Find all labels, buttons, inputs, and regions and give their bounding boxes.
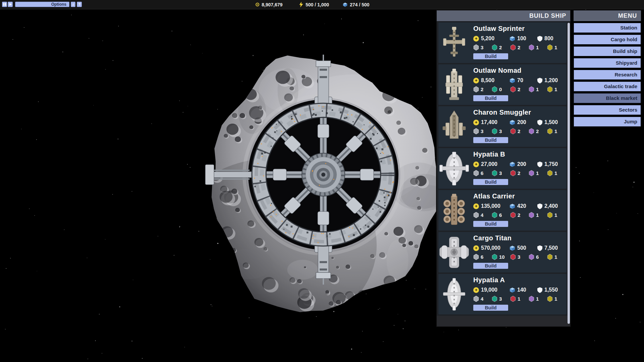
ship-shield: 7,500 xyxy=(537,245,558,251)
material-count: 1 xyxy=(529,212,547,218)
hex-red-icon xyxy=(510,86,516,93)
menu-item-shipyard[interactable]: Shipyard xyxy=(574,58,641,68)
ship-materials: 20211 xyxy=(473,86,566,93)
hex-teal-icon xyxy=(492,170,497,176)
ship-image xyxy=(438,274,470,314)
hex-purple-icon xyxy=(529,44,534,51)
material-count: 4 xyxy=(473,212,492,218)
ship-image xyxy=(438,148,470,189)
hex-red-icon xyxy=(510,296,516,302)
material-count: 2 xyxy=(510,170,529,176)
build-panel-scrollbar[interactable] xyxy=(568,23,570,324)
shield-icon xyxy=(537,120,542,125)
build-button[interactable]: Build xyxy=(473,53,508,59)
menu-item-black-market[interactable]: Black market xyxy=(574,93,641,103)
ship-card: Hypatia A 19,000 140 1,550 xyxy=(438,274,567,314)
ship-name: Atlas Carrier xyxy=(473,192,566,200)
hex-red-icon xyxy=(510,128,516,134)
material-count: 3 xyxy=(473,128,492,134)
hex-gray-icon xyxy=(473,44,479,51)
ship-materials: 610361 xyxy=(473,254,566,260)
ship-shield: 1,200 xyxy=(537,77,558,83)
ship-name: Hypatia B xyxy=(473,150,566,158)
material-count: 2 xyxy=(510,212,529,218)
material-count: 2 xyxy=(529,128,547,134)
hex-purple-icon xyxy=(529,86,534,93)
menu-item-galactic-trade[interactable]: Galactic trade xyxy=(574,81,641,92)
hex-red-icon xyxy=(510,44,516,51)
pause-button[interactable] xyxy=(2,2,7,7)
ship-name: Outlaw Nomad xyxy=(473,67,566,74)
hex-purple-icon xyxy=(529,128,534,134)
material-count: 1 xyxy=(547,86,566,93)
build-ship-panel: BUILD SHIP Outlaw Sprinter 5,200 100 xyxy=(437,10,570,326)
material-count: 4 xyxy=(473,296,492,302)
ship-cost: 19,000 xyxy=(473,287,509,293)
cube-icon xyxy=(509,78,515,83)
material-count: 3 xyxy=(510,254,529,260)
hex-teal-icon xyxy=(492,86,497,93)
coin-icon xyxy=(473,36,479,42)
material-count: 6 xyxy=(473,254,492,260)
hex-teal-icon xyxy=(492,212,497,218)
material-count: 2 xyxy=(510,128,529,134)
options-button[interactable]: Options xyxy=(15,2,69,7)
material-count: 3 xyxy=(492,296,510,302)
ship-card: Atlas Carrier 135,000 420 2,400 xyxy=(438,190,567,231)
hex-gray-icon xyxy=(473,212,479,218)
menu-item-research[interactable]: Research xyxy=(574,70,641,80)
menu-item-list: StationCargo holdBuild shipShipyardResea… xyxy=(574,23,641,127)
ship-cost: 570,000 xyxy=(473,245,509,251)
coin-icon xyxy=(473,203,479,209)
ship-card: Outlaw Sprinter 5,200 100 800 xyxy=(438,22,567,63)
menu-item-station[interactable]: Station xyxy=(574,23,641,33)
hex-olive-icon xyxy=(547,296,553,302)
build-button[interactable]: Build xyxy=(473,263,508,269)
hex-gray-icon xyxy=(473,254,479,260)
ship-card: Outlaw Nomad 8,500 70 1,200 xyxy=(438,64,567,105)
ship-materials: 32211 xyxy=(473,44,566,51)
material-count: 2 xyxy=(492,44,510,51)
ship-shield: 1,750 xyxy=(537,161,558,167)
ship-cost: 5,200 xyxy=(473,36,509,42)
menu-item-cargo-hold[interactable]: Cargo hold xyxy=(574,35,641,45)
build-button[interactable]: Build xyxy=(473,179,508,185)
menu-item-build-ship[interactable]: Build ship xyxy=(574,46,641,56)
ship-materials: 43111 xyxy=(473,296,566,302)
ship-materials: 46211 xyxy=(473,212,566,218)
hex-gray-icon xyxy=(473,170,479,176)
hex-purple-icon xyxy=(529,212,534,218)
info-button[interactable]: i xyxy=(71,2,75,7)
hex-olive-icon xyxy=(547,44,553,51)
material-count: 6 xyxy=(529,254,547,260)
play-icon xyxy=(9,3,12,6)
material-count: 3 xyxy=(492,128,510,134)
ship-name: Outlaw Sprinter xyxy=(473,25,566,33)
cube-icon xyxy=(509,287,515,293)
build-button[interactable]: Build xyxy=(473,221,508,227)
material-count: 3 xyxy=(473,44,492,51)
hex-red-icon xyxy=(510,254,516,260)
build-button[interactable]: Build xyxy=(473,137,508,143)
hex-teal-icon xyxy=(492,128,497,134)
help-button[interactable]: ? xyxy=(77,2,82,7)
ship-card: Charon Smuggler 17,400 200 1,500 xyxy=(438,106,567,147)
material-count: 10 xyxy=(492,254,510,260)
build-button[interactable]: Build xyxy=(473,95,508,101)
ship-cost: 8,500 xyxy=(473,77,509,83)
play-button[interactable] xyxy=(8,2,13,7)
coin-icon xyxy=(473,120,479,125)
coin-icon xyxy=(473,245,479,251)
menu-item-sectors[interactable]: Sectors xyxy=(574,105,641,115)
hex-purple-icon xyxy=(529,254,534,260)
cube-icon xyxy=(509,162,515,167)
ship-image xyxy=(438,64,470,105)
material-count: 1 xyxy=(547,254,566,260)
build-button[interactable]: Build xyxy=(473,305,508,311)
shield-icon xyxy=(537,203,542,209)
material-count: 1 xyxy=(529,296,547,302)
menu-item-jump[interactable]: Jump xyxy=(574,117,641,127)
hex-gray-icon xyxy=(473,86,479,93)
material-count: 1 xyxy=(529,44,547,51)
hex-olive-icon xyxy=(547,86,553,93)
